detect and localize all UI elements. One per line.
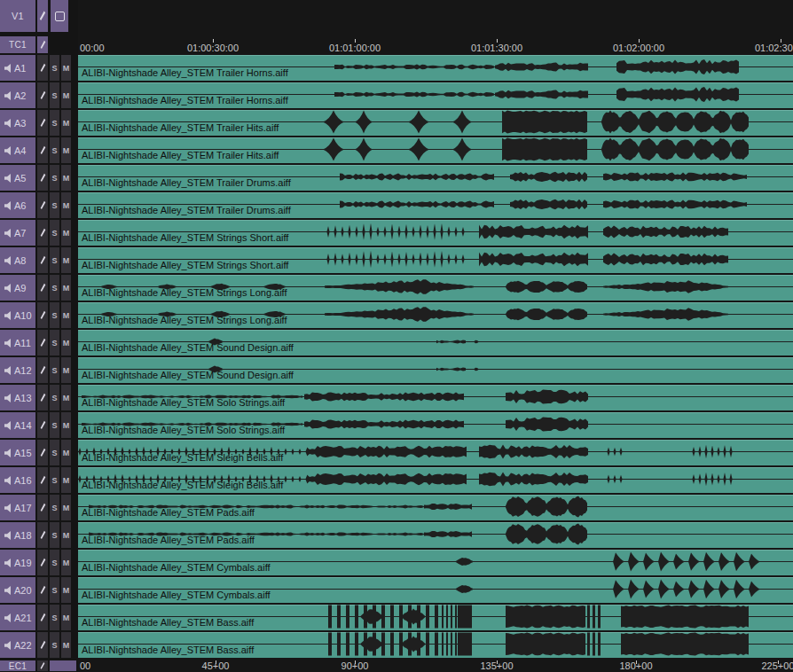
mute-button[interactable]: M: [61, 522, 71, 548]
track-select-button-a2[interactable]: A2: [0, 82, 35, 108]
mute-button[interactable]: M: [61, 110, 71, 136]
track-select-button-a11[interactable]: A11: [0, 330, 35, 356]
mute-button[interactable]: M: [61, 330, 71, 356]
video-monitor-button[interactable]: [51, 0, 68, 32]
audio-clip-lane-a14[interactable]: ALIBI-Nightshade Alley_STEM Solo Strings…: [78, 412, 793, 438]
audio-clip-lane-a6[interactable]: ALIBI-Nightshade Alley_STEM Trailer Drum…: [78, 192, 793, 218]
track-select-button-a12[interactable]: A12: [0, 357, 35, 383]
solo-button[interactable]: S: [50, 302, 59, 328]
solo-button[interactable]: S: [50, 110, 59, 136]
track-tool-button[interactable]: [37, 632, 48, 658]
track-tool-button[interactable]: [37, 385, 48, 410]
mute-button[interactable]: M: [61, 467, 71, 493]
solo-button[interactable]: S: [50, 522, 59, 548]
track-tool-button[interactable]: [37, 495, 48, 520]
solo-button[interactable]: S: [50, 330, 59, 356]
solo-button[interactable]: S: [50, 605, 59, 630]
track-select-button-a7[interactable]: A7: [0, 220, 35, 246]
track-select-button-a16[interactable]: A16: [0, 467, 35, 493]
track-tool-button[interactable]: [37, 467, 48, 493]
solo-button[interactable]: S: [50, 357, 59, 383]
solo-button[interactable]: S: [50, 220, 59, 246]
track-select-button-a10[interactable]: A10: [0, 302, 35, 328]
track-tool-button[interactable]: [37, 220, 48, 246]
audio-clip-lane-a7[interactable]: ALIBI-Nightshade Alley_STEM Strings Shor…: [78, 220, 793, 246]
mute-button[interactable]: M: [61, 577, 71, 603]
track-select-button-a21[interactable]: A21: [0, 605, 35, 630]
audio-clip-lane-a16[interactable]: ALIBI-Nightshade Alley_STEM Sleigh Bells…: [78, 467, 793, 493]
mute-button[interactable]: M: [61, 165, 71, 191]
mute-button[interactable]: M: [61, 275, 71, 301]
track-select-button-a15[interactable]: A15: [0, 440, 35, 465]
mute-button[interactable]: M: [61, 192, 71, 218]
track-tool-button[interactable]: [37, 577, 48, 603]
mute-button[interactable]: M: [61, 55, 71, 81]
track-select-button-a17[interactable]: A17: [0, 495, 35, 520]
audio-clip-lane-a19[interactable]: ALIBI-Nightshade Alley_STEM Cymbals.aiff: [78, 550, 793, 575]
solo-button[interactable]: S: [50, 55, 59, 81]
video-track-select-button[interactable]: V1: [0, 0, 35, 32]
solo-button[interactable]: S: [50, 440, 59, 465]
audio-clip-lane-a4[interactable]: ALIBI-Nightshade Alley_STEM Trailer Hits…: [78, 137, 793, 163]
solo-button[interactable]: S: [50, 495, 59, 520]
solo-button[interactable]: S: [50, 192, 59, 218]
track-select-button-a6[interactable]: A6: [0, 192, 35, 218]
track-select-button-a18[interactable]: A18: [0, 522, 35, 548]
audio-clip-lane-a9[interactable]: ALIBI-Nightshade Alley_STEM Strings Long…: [78, 275, 793, 301]
solo-button[interactable]: S: [50, 137, 59, 163]
track-select-button-a4[interactable]: A4: [0, 137, 35, 163]
track-tool-button[interactable]: [37, 82, 48, 108]
track-select-button-a8[interactable]: A8: [0, 247, 35, 273]
audio-clip-lane-a17[interactable]: ALIBI-Nightshade Alley_STEM Pads.aiff: [78, 495, 793, 520]
track-tool-button[interactable]: [37, 550, 48, 575]
mute-button[interactable]: M: [61, 412, 71, 438]
mute-button[interactable]: M: [61, 440, 71, 465]
track-select-button-a1[interactable]: A1: [0, 55, 35, 81]
timecode-track-tool-button[interactable]: [37, 36, 48, 53]
track-tool-button[interactable]: [37, 357, 48, 383]
solo-button[interactable]: S: [50, 412, 59, 438]
solo-button[interactable]: S: [50, 165, 59, 191]
video-track-tool-button[interactable]: [37, 0, 48, 32]
track-tool-button[interactable]: [37, 302, 48, 328]
timecode-ruler[interactable]: 00:0001:00:30:0001:01:00:0001:01:30:0001…: [78, 0, 793, 55]
mute-button[interactable]: M: [61, 385, 71, 410]
mute-button[interactable]: M: [61, 137, 71, 163]
mute-button[interactable]: M: [61, 247, 71, 273]
timecode-track-select-button[interactable]: TC1: [0, 36, 35, 53]
audio-clip-lane-a15[interactable]: ALIBI-Nightshade Alley_STEM Sleigh Bells…: [78, 440, 793, 465]
audio-clip-lane-a13[interactable]: ALIBI-Nightshade Alley_STEM Solo Strings…: [78, 385, 793, 410]
track-select-button-a20[interactable]: A20: [0, 577, 35, 603]
edgecode-track-select-button[interactable]: EC1: [0, 660, 35, 671]
audio-clip-lane-a22[interactable]: ALIBI-Nightshade Alley_STEM Bass.aiff: [78, 632, 793, 658]
track-select-button-a3[interactable]: A3: [0, 110, 35, 136]
track-select-button-a19[interactable]: A19: [0, 550, 35, 575]
track-select-button-a13[interactable]: A13: [0, 385, 35, 410]
audio-clip-lane-a11[interactable]: ALIBI-Nightshade Alley_STEM Sound Design…: [78, 330, 793, 356]
mute-button[interactable]: M: [61, 357, 71, 383]
audio-clip-lane-a8[interactable]: ALIBI-Nightshade Alley_STEM Strings Shor…: [78, 247, 793, 273]
track-tool-button[interactable]: [37, 165, 48, 191]
track-tool-button[interactable]: [37, 440, 48, 465]
mute-button[interactable]: M: [61, 220, 71, 246]
mute-button[interactable]: M: [61, 632, 71, 658]
solo-button[interactable]: S: [50, 550, 59, 575]
mute-button[interactable]: M: [61, 605, 71, 630]
track-tool-button[interactable]: [37, 330, 48, 356]
track-tool-button[interactable]: [37, 605, 48, 630]
track-tool-button[interactable]: [37, 522, 48, 548]
audio-clip-lane-a18[interactable]: ALIBI-Nightshade Alley_STEM Pads.aiff: [78, 522, 793, 548]
timeline-area[interactable]: 00:0001:00:30:0001:01:00:0001:01:30:0001…: [78, 0, 793, 672]
track-tool-button[interactable]: [37, 55, 48, 81]
solo-button[interactable]: S: [50, 82, 59, 108]
track-select-button-a5[interactable]: A5: [0, 165, 35, 191]
track-select-button-a22[interactable]: A22: [0, 632, 35, 658]
track-tool-button[interactable]: [37, 247, 48, 273]
audio-clip-lane-a21[interactable]: ALIBI-Nightshade Alley_STEM Bass.aiff: [78, 605, 793, 630]
solo-button[interactable]: S: [50, 632, 59, 658]
audio-clip-lane-a10[interactable]: ALIBI-Nightshade Alley_STEM Strings Long…: [78, 302, 793, 328]
audio-clip-lane-a20[interactable]: ALIBI-Nightshade Alley_STEM Cymbals.aiff: [78, 577, 793, 603]
solo-button[interactable]: S: [50, 577, 59, 603]
footage-ruler[interactable]: 0045+0090+00135+00180+00225+00: [78, 660, 793, 672]
solo-button[interactable]: S: [50, 467, 59, 493]
